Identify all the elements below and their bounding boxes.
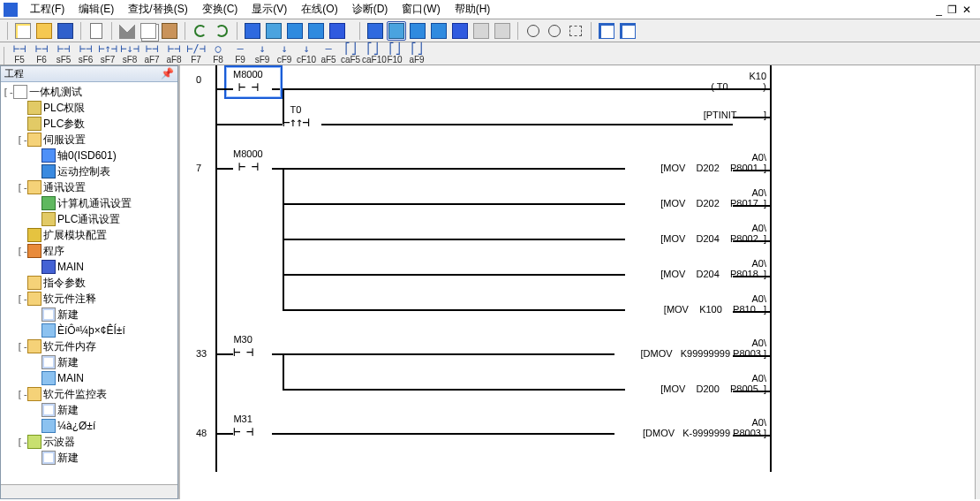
tree-item-17[interactable]: 新建 — [3, 354, 176, 370]
mode-c-button[interactable] — [450, 21, 470, 41]
fkey-F8[interactable]: ○F8 — [207, 42, 229, 65]
tree-item-15[interactable]: ÈíÔª¼þ×¢ÊÍ±í — [3, 323, 176, 338]
fkey-F10[interactable]: ⎡⎦F10 — [384, 42, 405, 65]
tree-item-1[interactable]: PLC权限 — [3, 100, 176, 116]
contact-M8000[interactable]: M8000 ⊢ ⊣ — [233, 148, 263, 173]
fkey-aF5[interactable]: —aF5 — [318, 42, 339, 65]
tree-expander[interactable]: [-] — [3, 87, 13, 98]
restore-button[interactable]: ❐ — [947, 4, 957, 16]
ladder-vscroll[interactable] — [975, 65, 980, 499]
project-tree[interactable]: [-]一体机测试PLC权限PLC参数[-]伺服设置轴0(ISD601)运动控制表… — [1, 82, 177, 484]
copy-button[interactable] — [139, 21, 158, 41]
tree-item-10[interactable]: [-]程序 — [3, 243, 176, 259]
right-rail — [770, 65, 772, 472]
tree-hscroll[interactable] — [1, 484, 177, 498]
menu-1[interactable]: 编辑(E) — [72, 1, 121, 17]
tree-item-9[interactable]: 扩展模块配置 — [3, 227, 176, 243]
schematic-b-button[interactable] — [618, 21, 637, 41]
upload-button[interactable] — [264, 21, 283, 41]
minimize-button[interactable]: _ — [936, 4, 942, 16]
tree-item-4[interactable]: 轴0(ISD601) — [3, 148, 176, 163]
close-button[interactable]: ✕ — [962, 4, 971, 16]
menu-6[interactable]: 诊断(D) — [345, 1, 396, 17]
tree-item-3[interactable]: [-]伺服设置 — [3, 132, 176, 148]
schematic-a-button[interactable] — [597, 21, 616, 41]
menu-8[interactable]: 帮助(H) — [448, 1, 498, 17]
monitor-button[interactable] — [328, 21, 347, 41]
ladder-scroll[interactable]: 0 M8000 ⊢ ⊣K10( T0 ) T0 ⊢↑↑⊣[PTINIT ]7 M… — [180, 65, 975, 499]
fkey-sF9[interactable]: ↓sF9 — [252, 42, 273, 65]
fkey-cF9[interactable]: ↓cF9 — [274, 42, 295, 65]
gray-a-button[interactable] — [471, 21, 491, 41]
tree-item-22[interactable]: [-]示波器 — [3, 434, 176, 450]
fkey-sF5[interactable]: ⊢⊣sF5 — [53, 42, 74, 65]
undo-button[interactable] — [191, 21, 210, 41]
ladder-monitor-button[interactable] — [387, 21, 406, 41]
circle-b-button[interactable] — [545, 21, 564, 41]
tree-item-23[interactable]: 新建 — [3, 450, 176, 466]
menu-3[interactable]: 变换(C) — [195, 1, 245, 17]
tree-expander[interactable]: [-] — [17, 436, 27, 448]
menu-4[interactable]: 显示(V) — [245, 1, 294, 17]
fkey-sF8[interactable]: ⊢↓⊣sF8 — [119, 42, 140, 65]
fkey-aF7[interactable]: ⊢⊣aF7 — [141, 42, 162, 65]
circle-a-button[interactable] — [524, 21, 543, 41]
monitor-all-button[interactable] — [306, 21, 326, 41]
dashed-button[interactable] — [566, 21, 585, 41]
tree-item-6[interactable]: [-]通讯设置 — [3, 179, 176, 195]
tree-item-14[interactable]: 新建 — [3, 307, 176, 323]
tree-expander[interactable]: [-] — [17, 134, 27, 146]
tree-item-13[interactable]: [-]软元件注释 — [3, 291, 176, 307]
fkey-F7[interactable]: ⊢/⊣F7 — [185, 42, 207, 65]
gray-b-button[interactable] — [493, 21, 512, 41]
fkey-cF10[interactable]: ↓cF10 — [296, 42, 317, 65]
tree-item-11[interactable]: MAIN — [3, 259, 176, 275]
ladder-edit-button[interactable] — [366, 21, 385, 41]
pin-icon[interactable]: 📌 — [161, 67, 174, 80]
tree-item-7[interactable]: 计算机通讯设置 — [3, 195, 176, 211]
contact-T0[interactable]: T0 ⊢↑↑⊣ — [283, 104, 309, 129]
tree-item-2[interactable]: PLC参数 — [3, 116, 176, 132]
tree-item-20[interactable]: 新建 — [3, 402, 176, 418]
tree-expander[interactable]: [-] — [17, 182, 27, 194]
tree-item-21[interactable]: ¼à¿Ø±í — [3, 418, 176, 434]
tree-expander[interactable]: [-] — [17, 246, 27, 257]
cut-button[interactable] — [117, 21, 137, 41]
tree-item-18[interactable]: MAIN — [3, 370, 176, 386]
verify-button[interactable] — [285, 21, 305, 41]
new-button[interactable] — [13, 21, 33, 41]
menu-7[interactable]: 窗口(W) — [395, 1, 447, 17]
download-button[interactable] — [243, 21, 262, 41]
tree-expander[interactable]: [-] — [17, 389, 27, 400]
fkey-caF5[interactable]: ⎡⎦caF5 — [340, 42, 361, 65]
tree-item-16[interactable]: [-]软元件内存 — [3, 338, 176, 354]
paste-button[interactable] — [160, 21, 179, 41]
save-button[interactable] — [56, 21, 75, 41]
fkey-F6[interactable]: ⊢⊣F6 — [31, 42, 52, 65]
fkey-sF6[interactable]: ⊢⊣sF6 — [75, 42, 96, 65]
fkey-caF10[interactable]: ⎡⎦caF10 — [362, 42, 383, 65]
coil-1[interactable]: [PTINIT ] — [704, 110, 766, 120]
fkey-aF8[interactable]: ⊢⊣aF8 — [163, 42, 185, 65]
fkey-F9[interactable]: —F9 — [230, 42, 251, 65]
tree-item-19[interactable]: [-]软元件监控表 — [3, 386, 176, 402]
tree-expander[interactable]: [-] — [17, 293, 27, 305]
contact-M30[interactable]: M30 ⊢ ⊣ — [233, 334, 253, 359]
tree-item-8[interactable]: PLC通讯设置 — [3, 211, 176, 227]
page-button[interactable] — [87, 21, 106, 41]
mode-b-button[interactable] — [429, 21, 449, 41]
tree-item-0[interactable]: [-]一体机测试 — [3, 84, 176, 100]
tree-item-5[interactable]: 运动控制表 — [3, 163, 176, 179]
redo-button[interactable] — [212, 21, 231, 41]
tree-item-12[interactable]: 指令参数 — [3, 275, 176, 291]
mode-a-button[interactable] — [408, 21, 427, 41]
fkey-F5[interactable]: ⊢⊣F5 — [9, 42, 30, 65]
open-button[interactable] — [34, 21, 54, 41]
tree-expander[interactable]: [-] — [17, 341, 27, 353]
fkey-sF7[interactable]: ⊢↑⊣sF7 — [97, 42, 118, 65]
menu-2[interactable]: 查找/替换(S) — [121, 1, 194, 17]
fkey-aF9[interactable]: ⎡⎦aF9 — [406, 42, 427, 65]
menu-5[interactable]: 在线(O) — [294, 1, 344, 17]
contact-M31[interactable]: M31 ⊢ ⊣ — [233, 414, 253, 438]
menu-0[interactable]: 工程(F) — [23, 1, 72, 17]
